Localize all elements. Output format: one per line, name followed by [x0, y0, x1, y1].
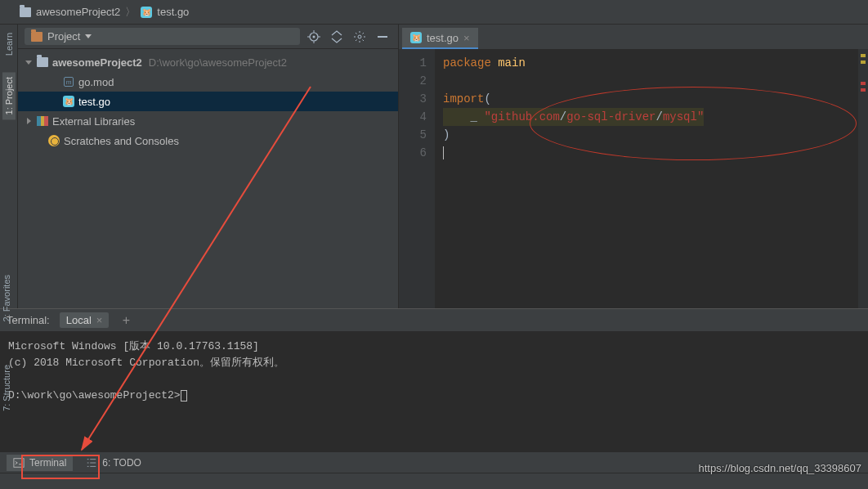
paren: ) — [443, 128, 450, 141]
terminal-header: Terminal: Local × + — [0, 309, 868, 332]
error-mark[interactable] — [861, 88, 866, 92]
line-number: 2 — [399, 72, 427, 90]
folder-icon — [20, 7, 31, 17]
module-icon: m — [64, 77, 74, 87]
error-mark[interactable] — [861, 82, 866, 85]
svg-rect-8 — [14, 458, 24, 467]
string: github.com — [491, 110, 560, 123]
watermark: https://blog.csdn.net/qq_33398607 — [699, 462, 862, 474]
project-icon — [31, 32, 43, 42]
terminal-prompt: D:\work\go\awesomeProject2> — [8, 389, 181, 402]
editor-panel: 🐹 test.go × 1 2 3 4 5 6 package main imp… — [399, 25, 868, 308]
code-text[interactable]: package main import( _ "github.com/go-sq… — [435, 49, 868, 308]
tool-project[interactable]: 1: Project — [2, 72, 16, 119]
breadcrumb-project[interactable]: awesomeProject2 — [20, 6, 120, 18]
tree-item-testgo[interactable]: 🐹 test.go — [18, 92, 398, 111]
string: go-sql-driver — [566, 110, 655, 123]
project-view-selector[interactable]: Project — [25, 28, 300, 45]
tab-label: test.go — [427, 32, 459, 44]
libraries-icon — [37, 116, 48, 126]
collapse-button[interactable] — [374, 28, 391, 46]
breadcrumb-file-label: test.go — [157, 6, 189, 18]
main-area: Learn 1: Project Project awesomeProject2… — [0, 25, 868, 308]
terminal-line: Microsoft Windows [版本 10.0.17763.1158] — [8, 340, 259, 352]
tab-testgo[interactable]: 🐹 test.go × — [402, 28, 478, 49]
line-number: 3 — [399, 90, 427, 108]
gutter: 1 2 3 4 5 6 — [399, 49, 435, 308]
go-file-icon: 🐹 — [63, 96, 74, 107]
warning-mark[interactable] — [861, 54, 866, 57]
terminal-caret — [181, 390, 187, 402]
tree-scratches-label: Scratches and Consoles — [64, 135, 179, 147]
error-stripe[interactable] — [858, 49, 868, 308]
tool-learn[interactable]: Learn — [2, 28, 16, 61]
identifier: main — [491, 56, 526, 70]
line-number: 1 — [399, 54, 427, 72]
bottom-terminal-button[interactable]: Terminal — [7, 455, 73, 471]
settings-button[interactable] — [351, 28, 369, 46]
project-title: Project — [47, 30, 80, 43]
go-file-icon: 🐹 — [410, 32, 422, 43]
close-icon[interactable]: × — [96, 314, 103, 326]
line-number: 5 — [399, 126, 427, 144]
svg-point-1 — [313, 35, 315, 38]
keyword: import — [443, 92, 484, 105]
tree-root-name: awesomeProject2 — [52, 56, 142, 69]
line-number: 4 — [399, 108, 427, 126]
expand-icon[interactable] — [25, 61, 33, 65]
tree-scratches[interactable]: Scratches and Consoles — [18, 131, 398, 150]
tool-structure[interactable]: 7: Structure — [0, 360, 13, 416]
locate-button[interactable] — [305, 28, 323, 46]
keyword: package — [443, 56, 491, 70]
tree-item-label: go.mod — [78, 76, 114, 88]
project-panel: Project awesomeProject2 D:\work\go\aweso… — [18, 25, 399, 308]
code: _ — [443, 110, 484, 123]
terminal-tab-local[interactable]: Local × — [60, 312, 110, 328]
terminal-icon — [13, 457, 25, 469]
terminal-tab-label: Local — [66, 314, 92, 326]
terminal-body[interactable]: Microsoft Windows [版本 10.0.17763.1158] (… — [0, 332, 868, 451]
scratches-icon — [48, 135, 60, 146]
string: " — [484, 110, 490, 123]
folder-icon — [37, 57, 48, 67]
paren: ( — [484, 92, 490, 105]
left-tool-strip: Learn 1: Project — [0, 25, 18, 308]
sep: / — [560, 110, 566, 123]
line-number: 6 — [399, 144, 427, 162]
warning-mark[interactable] — [861, 61, 866, 64]
dropdown-icon — [85, 34, 92, 38]
bottom-todo-button[interactable]: 6: TODO — [86, 457, 141, 469]
terminal-add-button[interactable]: + — [119, 313, 133, 328]
close-icon[interactable]: × — [463, 32, 470, 44]
breadcrumb-project-label: awesomeProject2 — [36, 6, 120, 18]
tool-favorites[interactable]: 2: Favorites — [0, 270, 13, 326]
expand-all-button[interactable] — [328, 28, 346, 46]
code-area[interactable]: 1 2 3 4 5 6 package main import( _ "gith… — [399, 49, 868, 308]
status-bar — [0, 473, 868, 489]
tree-external-libs-label: External Libraries — [52, 115, 135, 128]
go-file-icon: 🐹 — [141, 7, 152, 18]
tree-item-gomod[interactable]: m go.mod — [18, 72, 398, 92]
tree-root-path: D:\work\go\awesomeProject2 — [149, 56, 287, 69]
breadcrumb-separator: 〉 — [125, 5, 136, 20]
string: mysql — [663, 110, 697, 123]
string: " — [697, 110, 704, 123]
terminal-panel: Terminal: Local × + Microsoft Windows [版… — [0, 308, 868, 451]
caret — [443, 146, 444, 159]
sep: / — [655, 110, 662, 123]
todo-icon — [86, 457, 97, 469]
terminal-line: (c) 2018 Microsoft Corporation。保留所有权利。 — [8, 357, 284, 369]
expand-icon[interactable] — [25, 118, 33, 124]
svg-rect-7 — [378, 36, 387, 38]
bottom-terminal-label: Terminal — [29, 457, 66, 469]
svg-point-6 — [358, 35, 361, 38]
editor-tabs: 🐹 test.go × — [399, 25, 868, 49]
tree-external-libs[interactable]: External Libraries — [18, 111, 398, 131]
bottom-todo-label: 6: TODO — [102, 457, 141, 469]
project-tree[interactable]: awesomeProject2 D:\work\go\awesomeProjec… — [18, 49, 398, 308]
breadcrumb: awesomeProject2 〉 🐹 test.go — [0, 0, 868, 25]
project-header: Project — [18, 25, 398, 49]
tree-item-label: test.go — [78, 96, 110, 108]
breadcrumb-file[interactable]: 🐹 test.go — [141, 6, 189, 18]
tree-root[interactable]: awesomeProject2 D:\work\go\awesomeProjec… — [18, 52, 398, 72]
